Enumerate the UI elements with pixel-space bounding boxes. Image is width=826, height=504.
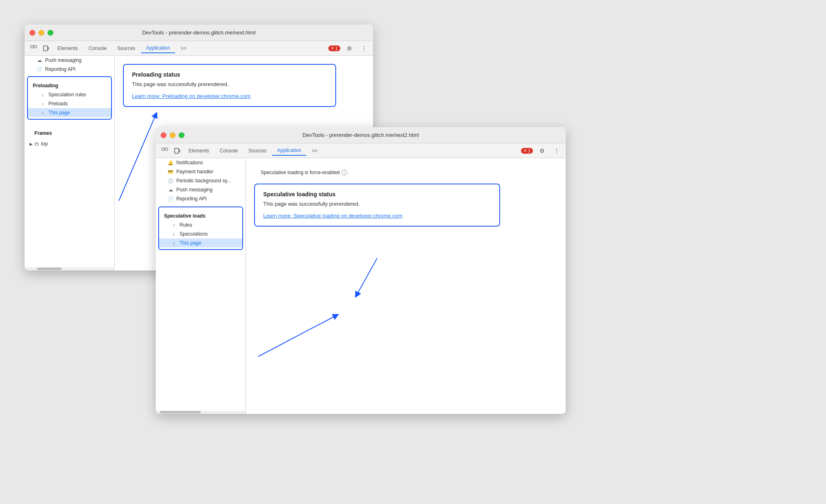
arrows-icon-rules-2: ↕	[171, 222, 177, 227]
arrows-icon-tp-1: ↕	[39, 110, 46, 115]
tab-overflow-2[interactable]: >>	[307, 146, 323, 155]
sidebar-scrollbar-2[interactable]	[156, 411, 246, 414]
tab-console-2[interactable]: Console	[215, 146, 243, 155]
sidebar-item-this-page-1[interactable]: ↕ This page	[28, 108, 111, 117]
folder-icon-1: 🗀	[34, 141, 39, 147]
svg-rect-3	[48, 47, 49, 50]
preloading-header-1: Preloading	[28, 79, 111, 90]
tab-elements-1[interactable]: Elements	[52, 44, 83, 53]
maximize-button-2[interactable]	[179, 132, 184, 138]
preloading-status-card-1: Preloading status This page was successf…	[123, 64, 336, 107]
doc-icon-2: 📄	[167, 196, 174, 202]
sidebar-item-notifications-2[interactable]: 🔔 Notifications	[156, 158, 246, 167]
arrows-icon-spec-2: ↕	[171, 232, 177, 236]
svg-rect-7	[179, 150, 180, 152]
devtools-window-2: DevTools - prerender-demos.glitch.me/nex…	[156, 127, 566, 414]
chevron-right-icon-1: ▶	[30, 142, 33, 146]
svg-rect-5	[165, 148, 168, 150]
speculative-status-link-2[interactable]: Learn more: Speculative loading on devel…	[263, 213, 403, 219]
minimize-button-2[interactable]	[170, 132, 175, 138]
maximize-button-1[interactable]	[48, 30, 53, 36]
speculative-status-text-2: This page was successfully prerendered.	[263, 201, 491, 207]
sidebar-item-reporting-api-1[interactable]: 📄 Reporting API	[25, 65, 114, 74]
tab-elements-2[interactable]: Elements	[184, 146, 214, 155]
force-enabled-notice: Speculative loading is force-enabled i	[254, 166, 557, 177]
speculative-loads-header-2: Speculative loads	[159, 209, 242, 220]
tab-application-1[interactable]: Application	[141, 43, 175, 53]
main-panel-2: Speculative loading is force-enabled i S…	[246, 158, 566, 414]
doc-icon-1: 📄	[36, 67, 43, 72]
svg-rect-2	[43, 46, 48, 51]
payment-icon-2: 💳	[167, 169, 174, 175]
sidebar-2: 🔔 Notifications 💳 Payment handler 🕐 Peri…	[156, 158, 246, 414]
bell-icon-2: 🔔	[167, 160, 174, 166]
sidebar-item-push-2[interactable]: ☁ Push messaging	[156, 185, 246, 194]
error-x-icon-2: ✕	[523, 148, 527, 153]
device-icon-1[interactable]	[40, 43, 52, 54]
sidebar-scrollbar-thumb-2	[160, 411, 201, 413]
svg-rect-6	[175, 148, 179, 153]
speculative-loads-box-2: Speculative loads ↕ Rules ↕ Speculations…	[158, 207, 243, 250]
titlebar-1: DevTools - prerender-demos.glitch.me/nex…	[25, 25, 373, 41]
close-button-2[interactable]	[161, 132, 166, 138]
error-x-icon-1: ✕	[331, 46, 334, 50]
info-icon-2: i	[341, 170, 347, 175]
titlebar-2: DevTools - prerender-demos.glitch.me/nex…	[156, 127, 566, 143]
sidebar-1: ☁ Push messaging 📄 Reporting API Preload…	[25, 56, 115, 270]
arrows-icon-tp-2: ↕	[171, 241, 177, 245]
close-button-1[interactable]	[30, 30, 35, 36]
preloading-status-link-1[interactable]: Learn more: Preloading on developer.chro…	[132, 93, 250, 99]
frames-top-1[interactable]: ▶ 🗀 top	[25, 139, 114, 148]
frames-section-1: Frames	[25, 122, 114, 139]
push-icon-2: ☁	[167, 187, 174, 193]
preloading-status-text-1: This page was successfully prerendered.	[132, 81, 327, 87]
speculative-status-card-2: Speculative loading status This page was…	[254, 184, 500, 227]
preloading-status-title-1: Preloading status	[132, 71, 327, 78]
inspect-icon-1[interactable]	[28, 43, 39, 54]
sidebar-item-rules-2[interactable]: ↕ Rules	[159, 220, 242, 229]
device-icon-2[interactable]	[171, 145, 183, 157]
window-controls-2	[161, 132, 184, 138]
speculative-status-title-2: Speculative loading status	[263, 191, 491, 198]
tab-application-2[interactable]: Application	[272, 146, 306, 156]
inspect-icon-2[interactable]	[159, 145, 171, 157]
devtools-tabbar-1: Elements Console Sources Application >> …	[25, 41, 373, 56]
devtools-body-2: 🔔 Notifications 💳 Payment handler 🕐 Peri…	[156, 158, 566, 414]
more-icon-1[interactable]: ⋮	[358, 43, 370, 54]
settings-icon-2[interactable]: ⚙	[536, 145, 548, 157]
svg-rect-1	[34, 45, 36, 48]
sidebar-item-push-messaging-1[interactable]: ☁ Push messaging	[25, 56, 114, 65]
devtools-tabbar-2: Elements Console Sources Application >> …	[156, 143, 566, 158]
window-controls-1	[30, 30, 53, 36]
error-badge-2: ✕ 1	[521, 148, 533, 154]
push-icon-1: ☁	[36, 58, 43, 63]
tab-overflow-1[interactable]: >>	[176, 44, 191, 53]
sidebar-scrollbar-thumb-1	[37, 268, 61, 270]
sidebar-item-speculation-rules-1[interactable]: ↕ Speculation rules	[28, 90, 111, 99]
sidebar-item-payment-handler-2[interactable]: 💳 Payment handler	[156, 167, 246, 176]
sidebar-scrollbar-1[interactable]	[25, 267, 115, 270]
clock-icon-2: 🕐	[167, 178, 174, 184]
settings-icon-1[interactable]: ⚙	[344, 43, 355, 54]
svg-rect-4	[162, 148, 164, 150]
arrows-icon-pl-1: ↕	[39, 101, 46, 106]
error-badge-1: ✕ 1	[328, 45, 340, 51]
tab-sources-1[interactable]: Sources	[112, 44, 140, 53]
arrows-icon-sr-1: ↕	[39, 92, 46, 97]
more-icon-2[interactable]: ⋮	[551, 145, 562, 157]
sidebar-item-speculations-2[interactable]: ↕ Speculations	[159, 229, 242, 238]
error-count-2: 1	[528, 148, 530, 153]
frames-header-1: Frames	[30, 126, 109, 138]
window-title-1: DevTools - prerender-demos.glitch.me/nex…	[142, 30, 256, 36]
error-count-1: 1	[335, 46, 338, 51]
sidebar-item-reporting-2[interactable]: 📄 Reporting API	[156, 194, 246, 203]
preloading-box-1: Preloading ↕ Speculation rules ↕ Preload…	[27, 76, 112, 120]
minimize-button-1[interactable]	[39, 30, 44, 36]
sidebar-item-this-page-2[interactable]: ↕ This page	[159, 238, 242, 247]
sidebar-item-periodic-bg-2[interactable]: 🕐 Periodic background sy...	[156, 176, 246, 185]
svg-rect-0	[31, 45, 33, 48]
sidebar-item-preloads-1[interactable]: ↕ Preloads	[28, 99, 111, 108]
tab-console-1[interactable]: Console	[84, 44, 111, 53]
tab-sources-2[interactable]: Sources	[243, 146, 271, 155]
window-title-2: DevTools - prerender-demos.glitch.me/nex…	[303, 132, 419, 138]
